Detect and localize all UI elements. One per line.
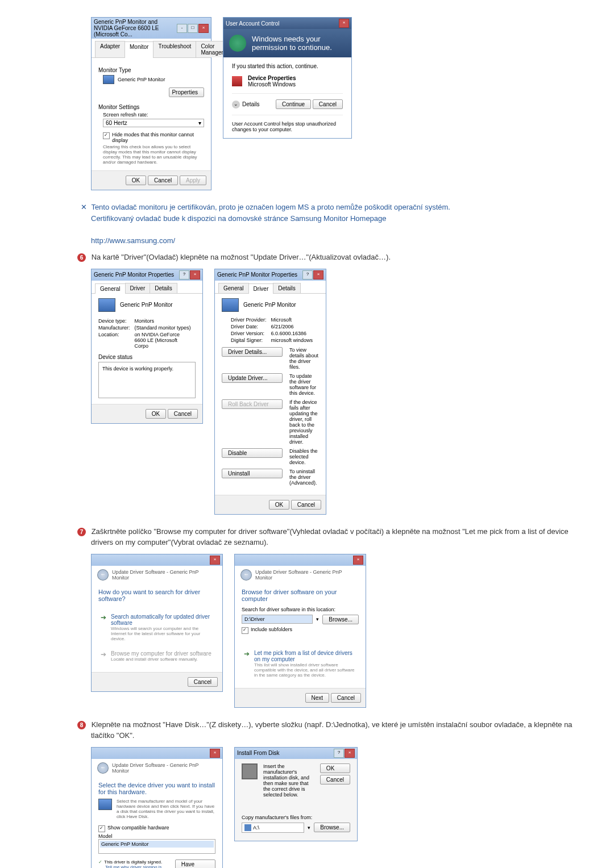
properties-button[interactable]: Properties [169, 87, 204, 97]
tab-monitor[interactable]: Monitor [125, 41, 154, 58]
monitor-icon [103, 75, 114, 84]
details-link[interactable]: Details [242, 101, 260, 107]
cancel-button[interactable]: Cancel [188, 677, 218, 687]
disable-button[interactable]: Disable [222, 448, 283, 458]
uninstall-button[interactable]: Uninstall [222, 469, 283, 478]
close-button[interactable]: × [198, 24, 209, 33]
monitor-icon [98, 298, 115, 312]
ok-button[interactable]: OK [269, 500, 289, 510]
maximize-button[interactable]: □ [188, 24, 198, 33]
show-compat-checkbox[interactable] [98, 825, 105, 832]
wizard-browse-dialog: × ← Update Driver Software - Generic PnP… [234, 554, 366, 708]
breadcrumb: Update Driver Software - Generic PnP Mon… [255, 569, 360, 581]
apply-button[interactable]: Apply [180, 176, 206, 185]
help-button[interactable]: ? [302, 270, 313, 279]
close-button[interactable]: × [339, 19, 349, 28]
uac-titlebar: User Account Control × [223, 18, 351, 29]
update-driver-button[interactable]: Update Driver... [222, 373, 283, 383]
wizard-heading: How do you want to search for driver sof… [98, 589, 215, 602]
arrow-icon: ➔ [244, 650, 250, 658]
close-button[interactable]: × [353, 556, 363, 565]
step-6-text: 6 Na kartě "Driver"(Ovladač) klepněte na… [91, 252, 586, 263]
hide-modes-checkbox[interactable] [103, 132, 110, 139]
refresh-rate-label: Screen refresh rate: [98, 112, 204, 118]
refresh-rate-select[interactable]: 60 Hertz ▾ [103, 119, 204, 127]
tab-driver[interactable]: Driver [125, 283, 151, 293]
tab-troubleshoot[interactable]: Troubleshoot [153, 41, 196, 57]
path-input[interactable]: A:\ [242, 823, 304, 833]
back-button[interactable]: ← [97, 762, 109, 774]
cancel-button[interactable]: Cancel [331, 693, 361, 703]
next-button[interactable]: Next [305, 693, 330, 703]
close-button[interactable]: × [210, 749, 220, 758]
tab-details[interactable]: Details [273, 283, 301, 293]
cancel-button[interactable]: Cancel [320, 775, 350, 784]
cancel-button[interactable]: Cancel [148, 176, 178, 185]
hide-modes-desc: Clearing this check box allows you to se… [98, 144, 204, 165]
pick-from-list-option[interactable]: ➔ Let me pick from a list of device driv… [242, 645, 359, 682]
browse-button[interactable]: Browse... [322, 615, 359, 624]
close-button[interactable]: × [313, 270, 323, 279]
have-disk-button[interactable]: Have Disk... [175, 859, 215, 869]
uac-footer: User Account Control helps stop unauthor… [232, 121, 343, 132]
title: Generic PnP Monitor and NVIDIA GeForce 6… [94, 19, 177, 37]
uac-header: Windows needs your permission to contion… [223, 29, 351, 57]
browse-option[interactable]: ➔ Browse my computer for driver software… [98, 646, 215, 666]
cancel-button[interactable]: Cancel [168, 409, 198, 419]
step-7-text: 7 Zaškrtněte políčko "Browse my computer… [91, 526, 586, 548]
model-list[interactable]: Generic PnP Monitor [98, 839, 215, 854]
ok-button[interactable]: OK [320, 763, 350, 773]
tab-driver[interactable]: Driver [248, 283, 274, 294]
path-input[interactable]: D:\Driver [242, 615, 313, 624]
help-button[interactable]: ? [334, 749, 344, 758]
badge-6: 6 [77, 253, 86, 262]
back-button[interactable]: ← [97, 569, 109, 581]
tab-adapter[interactable]: Adapter [95, 41, 125, 57]
titlebar: Generic PnP Monitor Properties ?× [215, 269, 326, 281]
driver-details-button[interactable]: Driver Details... [222, 347, 283, 357]
cancel-button[interactable]: Cancel [291, 500, 321, 510]
continue-button[interactable]: Continue [276, 99, 311, 109]
ok-button[interactable]: OK [126, 176, 146, 185]
tab-details[interactable]: Details [150, 283, 177, 293]
titlebar: Generic PnP Monitor and NVIDIA GeForce 6… [92, 18, 211, 39]
close-button[interactable]: × [345, 749, 355, 758]
back-button[interactable]: ← [240, 569, 252, 581]
badge-8: 8 [77, 721, 86, 729]
browse-button[interactable]: Browse... [314, 823, 350, 832]
minimize-button[interactable]: - [177, 24, 187, 33]
dropdown-icon[interactable]: ▾ [308, 825, 310, 831]
samsung-link[interactable]: http://www.samsung.com/ [91, 236, 175, 245]
cert-icon: ✓ [98, 859, 102, 865]
expand-icon[interactable]: ⌄ [232, 101, 240, 108]
device-icon [232, 76, 242, 86]
step-8-text: 8 Klepněte na možnost "Have Disk…"(Z dis… [91, 719, 586, 741]
ok-button[interactable]: OK [146, 409, 166, 419]
cancel-button[interactable]: Cancel [313, 99, 343, 109]
ms-windows-label: Microsoft Windows [248, 81, 296, 87]
shield-icon [229, 35, 246, 52]
help-button[interactable]: ? [179, 270, 189, 279]
monitor-icon [222, 298, 239, 312]
monitor-props-driver: Generic PnP Monitor Properties ?× Genera… [214, 269, 326, 515]
wizard-search-dialog: × ← Update Driver Software - Generic PnP… [91, 554, 223, 692]
driver-cert-note: ✕ Tento ovladač monitoru je certifikován… [91, 202, 586, 246]
include-sub-checkbox[interactable] [242, 627, 248, 634]
uac-dialog: User Account Control × Windows needs you… [223, 17, 352, 139]
x-icon: ✕ [81, 203, 87, 211]
wizard-heading: Select the device driver you want to ins… [98, 782, 215, 795]
badge-7: 7 [77, 528, 86, 536]
status-textbox: This device is working properly. [98, 362, 196, 398]
breadcrumb: Update Driver Software - Generic PnP Mon… [112, 569, 217, 581]
dropdown-icon[interactable]: ▾ [316, 616, 319, 622]
titlebar: Generic PnP Monitor Properties ?× [92, 269, 202, 281]
monitor-settings-label: Monitor Settings [98, 104, 204, 110]
arrow-icon: ➔ [101, 614, 106, 621]
tab-general[interactable]: General [95, 283, 126, 294]
tab-general[interactable]: General [218, 283, 249, 293]
rollback-button[interactable]: Roll Back Driver [222, 399, 283, 409]
close-button[interactable]: × [210, 556, 220, 565]
signing-link[interactable]: Tell me why driver signing is important [105, 865, 175, 869]
close-button[interactable]: × [190, 270, 200, 279]
auto-search-option[interactable]: ➔ Search automatically for updated drive… [98, 609, 215, 646]
